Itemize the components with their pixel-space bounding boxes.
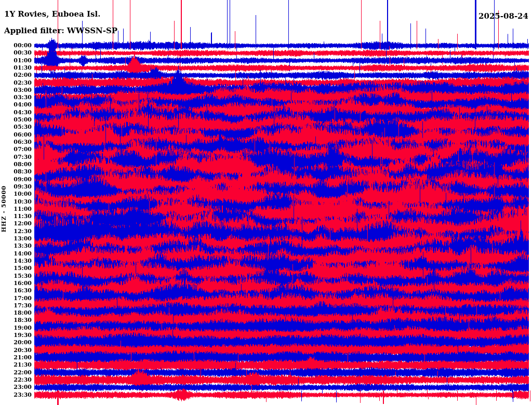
time-label: 15:30 xyxy=(1,273,32,279)
time-label: 18:30 xyxy=(1,317,32,323)
time-label: 21:00 xyxy=(1,355,32,361)
time-label: 08:30 xyxy=(1,169,32,175)
time-label: 20:00 xyxy=(1,340,32,346)
time-label: 01:00 xyxy=(1,58,32,64)
time-label: 16:00 xyxy=(1,280,32,287)
time-label: 22:30 xyxy=(1,377,32,383)
time-label: 14:00 xyxy=(1,251,32,257)
time-label: 06:30 xyxy=(1,139,32,145)
time-label: 19:30 xyxy=(1,332,32,339)
time-label: 04:00 xyxy=(1,102,32,108)
time-label: 09:00 xyxy=(1,177,32,183)
time-label: 07:00 xyxy=(1,146,32,153)
time-label: 17:30 xyxy=(1,303,32,309)
time-label: 05:30 xyxy=(1,124,32,130)
time-label: 02:00 xyxy=(1,72,32,78)
time-label: 08:00 xyxy=(1,161,32,168)
time-label: 13:30 xyxy=(1,243,32,249)
y-axis-label: HHZ - 50000 xyxy=(1,185,7,232)
seismogram-plot[interactable] xyxy=(0,0,532,405)
time-label: 16:30 xyxy=(1,288,32,294)
time-label: 22:00 xyxy=(1,370,32,376)
time-label: 18:00 xyxy=(1,310,32,316)
time-label: 14:30 xyxy=(1,258,32,264)
time-label: 00:00 xyxy=(1,43,32,49)
time-label: 07:30 xyxy=(1,154,32,160)
time-label: 04:30 xyxy=(1,110,32,116)
time-label: 15:00 xyxy=(1,265,32,272)
date-label: 2025-08-24 xyxy=(478,12,528,20)
time-label: 17:00 xyxy=(1,295,32,302)
time-label: 00:30 xyxy=(1,50,32,56)
time-label: 21:30 xyxy=(1,362,32,368)
time-label: 03:00 xyxy=(1,87,32,93)
station-title: 1Y Rovies, Euboea Isl. xyxy=(4,10,100,18)
time-label: 01:30 xyxy=(1,65,32,71)
time-label: 03:30 xyxy=(1,95,32,101)
time-label: 13:00 xyxy=(1,236,32,242)
time-label: 19:00 xyxy=(1,325,32,331)
helicorder-page: 1Y Rovies, Euboea Isl. Applied filter: W… xyxy=(0,0,532,405)
time-label: 23:00 xyxy=(1,384,32,390)
time-label: 23:30 xyxy=(1,392,32,398)
time-label: 06:00 xyxy=(1,132,32,138)
time-label: 02:30 xyxy=(1,80,32,86)
applied-filter-label: Applied filter: WWSSN-SP xyxy=(4,27,117,35)
time-label: 05:00 xyxy=(1,117,32,123)
time-label: 20:30 xyxy=(1,347,32,354)
